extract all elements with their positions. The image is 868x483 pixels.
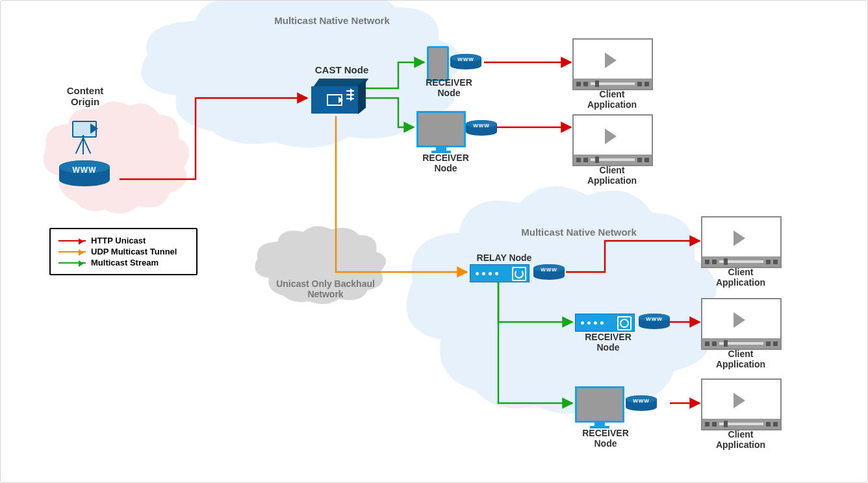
receiver1-phone-icon xyxy=(427,46,449,81)
legend-mc-label: Multicast Stream xyxy=(91,258,159,267)
relay-www-disc: WWW xyxy=(533,264,565,280)
receiver2-www-disc: WWW xyxy=(466,120,497,136)
legend-mc-arrow-icon xyxy=(58,262,86,264)
www-text: WWW xyxy=(59,166,110,175)
receiver4-www-disc: WWW xyxy=(626,395,657,411)
edge-relay-to-receiver3 xyxy=(498,281,572,322)
client2-player-icon xyxy=(572,114,653,166)
receiver1-label: RECEIVER Node xyxy=(413,77,485,98)
diagram-canvas: Multicast Native Network Multicast Nativ… xyxy=(0,0,868,483)
client4-player-icon xyxy=(701,298,782,350)
legend: HTTP Unicast UDP Multicast Tunnel Multic… xyxy=(49,228,198,275)
client5-label: Client Application xyxy=(698,429,783,450)
receiver4-label: RECEIVER Node xyxy=(570,428,641,449)
legend-http-label: HTTP Unicast xyxy=(91,236,146,245)
client5-player-icon xyxy=(701,378,782,430)
edge-relay-to-client3 xyxy=(566,241,700,272)
client2-label: Client Application xyxy=(570,165,654,186)
title-multicast-right: Multicast Native Network xyxy=(501,227,657,238)
relay-node-icon xyxy=(470,264,530,282)
legend-mc: Multicast Stream xyxy=(58,258,188,267)
legend-udp-arrow-icon xyxy=(58,251,86,253)
legend-http-arrow-icon xyxy=(58,240,86,242)
receiver2-label: RECEIVER Node xyxy=(410,153,481,173)
origin-cloud xyxy=(44,101,189,214)
legend-http: HTTP Unicast xyxy=(58,236,188,245)
receiver3-rack-icon xyxy=(575,314,635,332)
client1-label: Client Application xyxy=(570,89,654,110)
camera-icon xyxy=(72,121,97,138)
cast-label: CAST Node xyxy=(306,64,377,75)
legend-udp: UDP Multicast Tunnel xyxy=(58,247,188,256)
receiver4-monitor-icon xyxy=(575,386,624,423)
client3-player-icon xyxy=(701,216,782,268)
cast-node-icon xyxy=(311,79,361,114)
client4-label: Client Application xyxy=(698,349,783,369)
client1-player-icon xyxy=(572,38,653,90)
edge-origin-to-cast xyxy=(120,98,307,179)
edge-cast-to-receiver2 xyxy=(364,98,414,127)
receiver1-www-disc: WWW xyxy=(450,54,481,69)
origin-label: Content Origin xyxy=(53,85,118,107)
client3-label: Client Application xyxy=(698,267,783,288)
edge-relay-to-receiver4 xyxy=(498,281,572,403)
receiver3-www-disc: WWW xyxy=(639,314,670,329)
origin-www-disc: WWW xyxy=(59,160,110,184)
title-multicast-top: Multicast Native Network xyxy=(248,15,416,26)
receiver2-monitor-icon xyxy=(416,111,466,147)
relay-label: RELAY Node xyxy=(468,253,540,263)
legend-udp-label: UDP Multicast Tunnel xyxy=(91,247,177,256)
receiver3-label: RECEIVER Node xyxy=(572,332,644,353)
multicast-cloud-right xyxy=(407,186,717,414)
title-backhaul: Unicast Only Backhaul Network xyxy=(261,279,390,299)
